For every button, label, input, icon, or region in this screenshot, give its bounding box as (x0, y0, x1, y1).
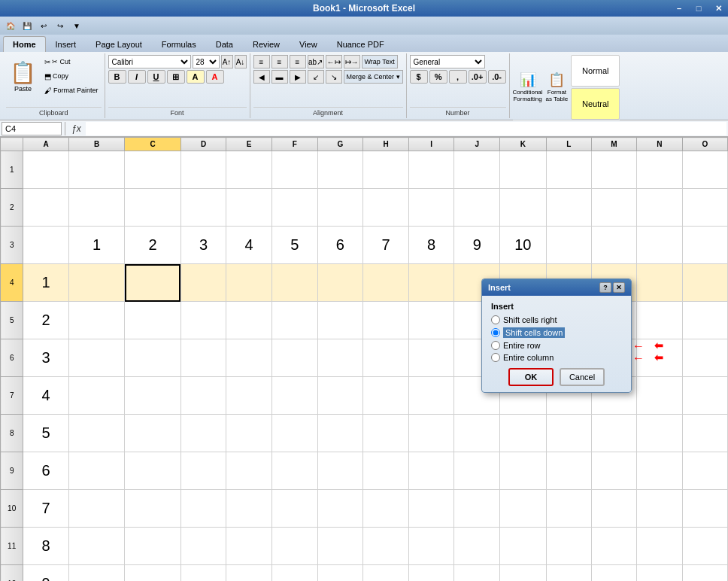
cell-c11[interactable] (125, 528, 180, 565)
cell-e1[interactable] (226, 151, 272, 189)
cell-i3[interactable]: 8 (408, 227, 454, 264)
col-header-c[interactable]: C (125, 138, 180, 151)
align-left-button[interactable]: ◀ (253, 70, 270, 84)
cell-g4[interactable] (317, 264, 363, 302)
cell-c10[interactable] (125, 490, 180, 528)
cell-m11[interactable] (591, 528, 636, 565)
cell-m12[interactable] (591, 565, 636, 582)
cell-f7[interactable] (271, 377, 317, 415)
office-button[interactable]: 🏠 (3, 18, 18, 33)
cell-i5[interactable] (408, 302, 454, 339)
cell-n4[interactable] (637, 264, 682, 302)
cell-o7[interactable] (682, 377, 727, 415)
align-right-button[interactable]: ▶ (290, 70, 306, 84)
undo-button[interactable]: ↩ (36, 18, 51, 33)
cell-g11[interactable] (317, 528, 363, 565)
cell-b2[interactable] (68, 189, 124, 227)
cell-l3[interactable] (546, 227, 591, 264)
col-header-d[interactable]: D (180, 138, 226, 151)
col-header-a[interactable]: A (23, 138, 69, 151)
cell-o5[interactable] (682, 302, 727, 339)
cell-o4[interactable] (682, 264, 727, 302)
cell-g3[interactable]: 6 (317, 227, 363, 264)
font-size-select[interactable]: 28 (193, 55, 220, 68)
cell-i11[interactable] (408, 528, 454, 565)
row-header-7[interactable]: 7 (1, 377, 23, 415)
cell-j9[interactable] (454, 452, 500, 490)
cell-f5[interactable] (271, 302, 317, 339)
cell-e4[interactable] (226, 264, 272, 302)
paste-button[interactable]: 📋 Paste (6, 55, 40, 97)
conditional-formatting-button[interactable]: 📊 ConditionalFormatting (513, 71, 543, 103)
tab-insert[interactable]: Insert (46, 36, 86, 52)
cell-f10[interactable] (271, 490, 317, 528)
row-header-6[interactable]: 6 (1, 339, 23, 377)
cell-a7[interactable]: 4 (23, 377, 69, 415)
cell-i9[interactable] (408, 452, 454, 490)
cell-f11[interactable] (271, 528, 317, 565)
align-top-right-button[interactable]: ≡ (290, 55, 306, 68)
cell-i8[interactable] (408, 415, 454, 452)
font-name-select[interactable]: Calibri (108, 55, 191, 68)
copy-button[interactable]: ⬒ Copy (41, 69, 102, 83)
format-as-table-button[interactable]: 📋 Formatas Table (546, 71, 569, 103)
cell-i4[interactable] (408, 264, 454, 302)
formula-input[interactable] (86, 122, 726, 135)
decrease-decimal-button[interactable]: .0- (488, 70, 506, 84)
cell-a5[interactable]: 2 (23, 302, 69, 339)
orientation-button[interactable]: ab↗ (308, 55, 324, 68)
underline-button[interactable]: U (147, 70, 165, 84)
cell-a10[interactable]: 7 (23, 490, 69, 528)
cell-j10[interactable] (454, 490, 500, 528)
col-header-i[interactable]: I (408, 138, 454, 151)
cell-h7[interactable] (363, 377, 409, 415)
cell-m2[interactable] (591, 189, 636, 227)
cell-i10[interactable] (408, 490, 454, 528)
cell-j2[interactable] (454, 189, 500, 227)
align-center-button[interactable]: ▬ (271, 70, 288, 84)
border-button[interactable]: ⊞ (167, 70, 185, 84)
tab-data[interactable]: Data (206, 36, 243, 52)
tab-review[interactable]: Review (243, 36, 290, 52)
cell-o11[interactable] (682, 528, 727, 565)
cell-j12[interactable] (454, 565, 500, 582)
cell-b9[interactable] (68, 452, 124, 490)
cell-h11[interactable] (363, 528, 409, 565)
number-format-select[interactable]: General (410, 55, 485, 68)
row-header-9[interactable]: 9 (1, 452, 23, 490)
cell-i7[interactable] (408, 377, 454, 415)
cell-e7[interactable] (226, 377, 272, 415)
cell-m9[interactable] (591, 452, 636, 490)
align-top-left-button[interactable]: ≡ (253, 55, 270, 68)
cell-m10[interactable] (591, 490, 636, 528)
cell-n9[interactable] (637, 452, 682, 490)
cell-l2[interactable] (546, 189, 591, 227)
cell-o10[interactable] (682, 490, 727, 528)
increase-font-button[interactable]: A↑ (221, 55, 233, 68)
cell-d1[interactable] (180, 151, 226, 189)
row-header-2[interactable]: 2 (1, 189, 23, 227)
cell-i12[interactable] (408, 565, 454, 582)
cell-h2[interactable] (363, 189, 409, 227)
cell-d8[interactable] (180, 415, 226, 452)
cell-e9[interactable] (226, 452, 272, 490)
cell-n8[interactable] (637, 415, 682, 452)
radio-shift-right-input[interactable] (491, 315, 500, 324)
close-button[interactable]: ✕ (708, 0, 728, 17)
cell-g5[interactable] (317, 302, 363, 339)
cell-f2[interactable] (271, 189, 317, 227)
wrap-text-button[interactable]: Wrap Text (362, 55, 398, 68)
cell-c5[interactable] (125, 302, 180, 339)
cell-f12[interactable] (271, 565, 317, 582)
cell-c3[interactable]: 2 (125, 227, 180, 264)
cell-e11[interactable] (226, 528, 272, 565)
cell-j11[interactable] (454, 528, 500, 565)
font-color-button[interactable]: A (206, 70, 224, 84)
increase-decimal-button[interactable]: .0+ (469, 70, 487, 84)
cell-e2[interactable] (226, 189, 272, 227)
cell-h4[interactable] (363, 264, 409, 302)
cell-o9[interactable] (682, 452, 727, 490)
cell-m8[interactable] (591, 415, 636, 452)
cell-l9[interactable] (546, 452, 591, 490)
col-header-h[interactable]: H (363, 138, 409, 151)
